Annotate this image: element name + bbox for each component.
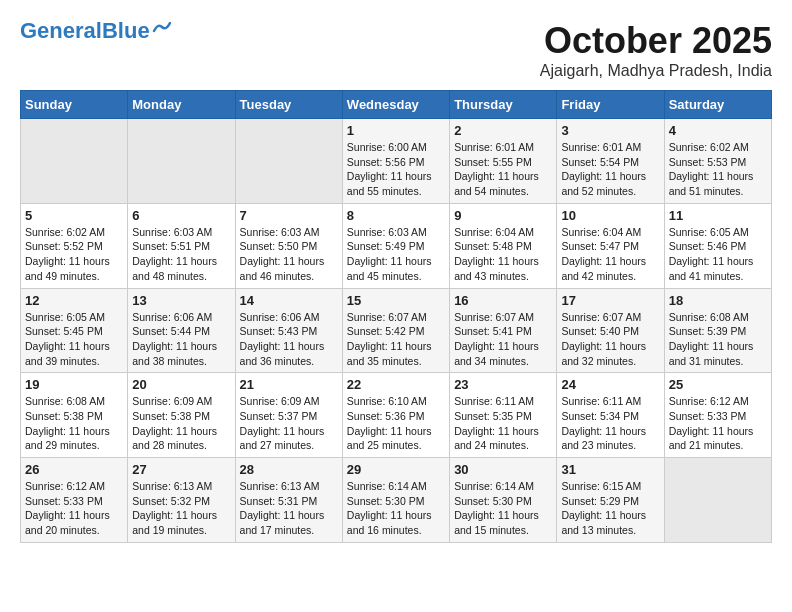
cell-content: Sunrise: 6:07 AMSunset: 5:41 PMDaylight:… bbox=[454, 310, 552, 369]
day-number: 23 bbox=[454, 377, 552, 392]
day-number: 19 bbox=[25, 377, 123, 392]
day-number: 17 bbox=[561, 293, 659, 308]
day-number: 1 bbox=[347, 123, 445, 138]
cell-content: Sunrise: 6:10 AMSunset: 5:36 PMDaylight:… bbox=[347, 394, 445, 453]
calendar-cell: 30Sunrise: 6:14 AMSunset: 5:30 PMDayligh… bbox=[450, 458, 557, 543]
day-number: 18 bbox=[669, 293, 767, 308]
location: Ajaigarh, Madhya Pradesh, India bbox=[540, 62, 772, 80]
cell-content: Sunrise: 6:08 AMSunset: 5:39 PMDaylight:… bbox=[669, 310, 767, 369]
cell-content: Sunrise: 6:02 AMSunset: 5:52 PMDaylight:… bbox=[25, 225, 123, 284]
calendar-cell bbox=[235, 119, 342, 204]
calendar-cell: 9Sunrise: 6:04 AMSunset: 5:48 PMDaylight… bbox=[450, 203, 557, 288]
logo-general: General bbox=[20, 18, 102, 43]
day-number: 5 bbox=[25, 208, 123, 223]
cell-content: Sunrise: 6:15 AMSunset: 5:29 PMDaylight:… bbox=[561, 479, 659, 538]
day-number: 7 bbox=[240, 208, 338, 223]
weekday-header: Saturday bbox=[664, 91, 771, 119]
cell-content: Sunrise: 6:00 AMSunset: 5:56 PMDaylight:… bbox=[347, 140, 445, 199]
calendar-cell: 3Sunrise: 6:01 AMSunset: 5:54 PMDaylight… bbox=[557, 119, 664, 204]
calendar-cell: 12Sunrise: 6:05 AMSunset: 5:45 PMDayligh… bbox=[21, 288, 128, 373]
day-number: 27 bbox=[132, 462, 230, 477]
day-number: 9 bbox=[454, 208, 552, 223]
cell-content: Sunrise: 6:06 AMSunset: 5:44 PMDaylight:… bbox=[132, 310, 230, 369]
calendar-cell: 17Sunrise: 6:07 AMSunset: 5:40 PMDayligh… bbox=[557, 288, 664, 373]
cell-content: Sunrise: 6:05 AMSunset: 5:46 PMDaylight:… bbox=[669, 225, 767, 284]
calendar-cell: 8Sunrise: 6:03 AMSunset: 5:49 PMDaylight… bbox=[342, 203, 449, 288]
cell-content: Sunrise: 6:06 AMSunset: 5:43 PMDaylight:… bbox=[240, 310, 338, 369]
day-number: 30 bbox=[454, 462, 552, 477]
calendar-cell: 2Sunrise: 6:01 AMSunset: 5:55 PMDaylight… bbox=[450, 119, 557, 204]
day-number: 16 bbox=[454, 293, 552, 308]
day-number: 2 bbox=[454, 123, 552, 138]
cell-content: Sunrise: 6:14 AMSunset: 5:30 PMDaylight:… bbox=[454, 479, 552, 538]
cell-content: Sunrise: 6:03 AMSunset: 5:49 PMDaylight:… bbox=[347, 225, 445, 284]
day-number: 15 bbox=[347, 293, 445, 308]
day-number: 24 bbox=[561, 377, 659, 392]
cell-content: Sunrise: 6:09 AMSunset: 5:37 PMDaylight:… bbox=[240, 394, 338, 453]
cell-content: Sunrise: 6:13 AMSunset: 5:31 PMDaylight:… bbox=[240, 479, 338, 538]
logo-blue: Blue bbox=[102, 18, 150, 43]
weekday-header: Monday bbox=[128, 91, 235, 119]
cell-content: Sunrise: 6:01 AMSunset: 5:54 PMDaylight:… bbox=[561, 140, 659, 199]
day-number: 31 bbox=[561, 462, 659, 477]
calendar-table: SundayMondayTuesdayWednesdayThursdayFrid… bbox=[20, 90, 772, 543]
day-number: 21 bbox=[240, 377, 338, 392]
cell-content: Sunrise: 6:07 AMSunset: 5:40 PMDaylight:… bbox=[561, 310, 659, 369]
calendar-cell: 22Sunrise: 6:10 AMSunset: 5:36 PMDayligh… bbox=[342, 373, 449, 458]
day-number: 20 bbox=[132, 377, 230, 392]
calendar-cell: 21Sunrise: 6:09 AMSunset: 5:37 PMDayligh… bbox=[235, 373, 342, 458]
weekday-header: Thursday bbox=[450, 91, 557, 119]
cell-content: Sunrise: 6:11 AMSunset: 5:34 PMDaylight:… bbox=[561, 394, 659, 453]
cell-content: Sunrise: 6:07 AMSunset: 5:42 PMDaylight:… bbox=[347, 310, 445, 369]
cell-content: Sunrise: 6:03 AMSunset: 5:51 PMDaylight:… bbox=[132, 225, 230, 284]
day-number: 28 bbox=[240, 462, 338, 477]
calendar-week-row: 5Sunrise: 6:02 AMSunset: 5:52 PMDaylight… bbox=[21, 203, 772, 288]
calendar-cell: 15Sunrise: 6:07 AMSunset: 5:42 PMDayligh… bbox=[342, 288, 449, 373]
calendar-cell: 18Sunrise: 6:08 AMSunset: 5:39 PMDayligh… bbox=[664, 288, 771, 373]
calendar-body: 1Sunrise: 6:00 AMSunset: 5:56 PMDaylight… bbox=[21, 119, 772, 543]
calendar-cell: 13Sunrise: 6:06 AMSunset: 5:44 PMDayligh… bbox=[128, 288, 235, 373]
day-number: 14 bbox=[240, 293, 338, 308]
calendar-cell: 16Sunrise: 6:07 AMSunset: 5:41 PMDayligh… bbox=[450, 288, 557, 373]
cell-content: Sunrise: 6:05 AMSunset: 5:45 PMDaylight:… bbox=[25, 310, 123, 369]
calendar-week-row: 12Sunrise: 6:05 AMSunset: 5:45 PMDayligh… bbox=[21, 288, 772, 373]
calendar-cell: 25Sunrise: 6:12 AMSunset: 5:33 PMDayligh… bbox=[664, 373, 771, 458]
calendar-week-row: 26Sunrise: 6:12 AMSunset: 5:33 PMDayligh… bbox=[21, 458, 772, 543]
logo-text: GeneralBlue bbox=[20, 20, 150, 42]
day-number: 22 bbox=[347, 377, 445, 392]
day-number: 4 bbox=[669, 123, 767, 138]
day-number: 29 bbox=[347, 462, 445, 477]
title-block: October 2025 Ajaigarh, Madhya Pradesh, I… bbox=[540, 20, 772, 80]
calendar-cell: 7Sunrise: 6:03 AMSunset: 5:50 PMDaylight… bbox=[235, 203, 342, 288]
day-number: 11 bbox=[669, 208, 767, 223]
cell-content: Sunrise: 6:11 AMSunset: 5:35 PMDaylight:… bbox=[454, 394, 552, 453]
cell-content: Sunrise: 6:14 AMSunset: 5:30 PMDaylight:… bbox=[347, 479, 445, 538]
calendar-cell: 4Sunrise: 6:02 AMSunset: 5:53 PMDaylight… bbox=[664, 119, 771, 204]
calendar-cell: 10Sunrise: 6:04 AMSunset: 5:47 PMDayligh… bbox=[557, 203, 664, 288]
calendar-cell: 27Sunrise: 6:13 AMSunset: 5:32 PMDayligh… bbox=[128, 458, 235, 543]
cell-content: Sunrise: 6:08 AMSunset: 5:38 PMDaylight:… bbox=[25, 394, 123, 453]
calendar-cell bbox=[128, 119, 235, 204]
cell-content: Sunrise: 6:09 AMSunset: 5:38 PMDaylight:… bbox=[132, 394, 230, 453]
calendar-cell: 24Sunrise: 6:11 AMSunset: 5:34 PMDayligh… bbox=[557, 373, 664, 458]
calendar-cell: 1Sunrise: 6:00 AMSunset: 5:56 PMDaylight… bbox=[342, 119, 449, 204]
calendar-cell: 31Sunrise: 6:15 AMSunset: 5:29 PMDayligh… bbox=[557, 458, 664, 543]
day-number: 3 bbox=[561, 123, 659, 138]
day-number: 12 bbox=[25, 293, 123, 308]
calendar-cell: 28Sunrise: 6:13 AMSunset: 5:31 PMDayligh… bbox=[235, 458, 342, 543]
day-number: 8 bbox=[347, 208, 445, 223]
logo: GeneralBlue bbox=[20, 20, 174, 42]
day-number: 10 bbox=[561, 208, 659, 223]
calendar-cell: 23Sunrise: 6:11 AMSunset: 5:35 PMDayligh… bbox=[450, 373, 557, 458]
calendar-week-row: 19Sunrise: 6:08 AMSunset: 5:38 PMDayligh… bbox=[21, 373, 772, 458]
page-header: GeneralBlue October 2025 Ajaigarh, Madhy… bbox=[20, 20, 772, 80]
month-title: October 2025 bbox=[540, 20, 772, 62]
day-number: 25 bbox=[669, 377, 767, 392]
day-number: 26 bbox=[25, 462, 123, 477]
calendar-cell bbox=[664, 458, 771, 543]
calendar-cell: 26Sunrise: 6:12 AMSunset: 5:33 PMDayligh… bbox=[21, 458, 128, 543]
day-number: 13 bbox=[132, 293, 230, 308]
calendar-header: SundayMondayTuesdayWednesdayThursdayFrid… bbox=[21, 91, 772, 119]
weekday-header: Tuesday bbox=[235, 91, 342, 119]
weekday-header: Sunday bbox=[21, 91, 128, 119]
